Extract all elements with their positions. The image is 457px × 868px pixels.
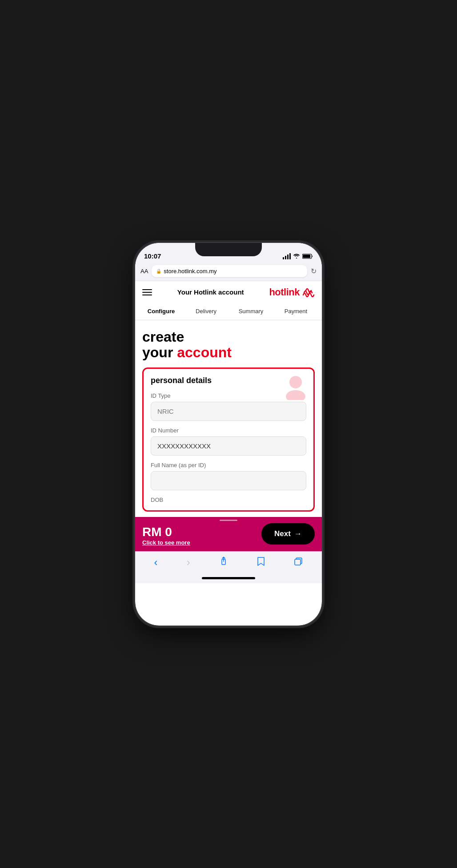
bottom-bar: RM 0 Click to see more Next → (135, 517, 322, 551)
dob-label: DOB (151, 497, 306, 503)
hotlink-brand-name: hotlink (269, 287, 300, 298)
heading-account: account (177, 344, 232, 360)
full-name-group: Full Name (as per ID) (151, 462, 306, 490)
hamburger-menu[interactable] (142, 289, 152, 295)
home-bar (202, 577, 255, 579)
tab-delivery[interactable]: Delivery (184, 303, 228, 320)
full-name-input[interactable] (151, 471, 306, 490)
next-arrow: → (294, 529, 302, 538)
phone-screen: 10:07 AA 🔒 store.hot (135, 243, 322, 626)
tab-payment[interactable]: Payment (273, 303, 318, 320)
browser-bar: AA 🔒 store.hotlink.com.my ↻ (135, 262, 322, 281)
id-type-input[interactable] (151, 402, 306, 421)
status-icons (283, 253, 313, 260)
id-number-input[interactable] (151, 436, 306, 456)
app-content: Your Hotlink account hotlink Configure D… (135, 281, 322, 551)
lock-icon: 🔒 (156, 269, 161, 274)
next-label: Next (274, 529, 291, 538)
tabs-icon[interactable] (294, 557, 303, 568)
price-section[interactable]: RM 0 Click to see more (142, 522, 190, 546)
nav-tabs: Configure Delivery Summary Payment (135, 303, 322, 320)
share-icon[interactable] (219, 557, 228, 569)
id-number-group: ID Number (151, 427, 306, 456)
tab-summary[interactable]: Summary (228, 303, 273, 320)
price-cta[interactable]: Click to see more (142, 539, 190, 546)
svg-rect-5 (295, 559, 301, 565)
signal-icon (283, 253, 291, 259)
hotlink-logo: hotlink (269, 287, 315, 298)
svg-rect-1 (303, 254, 310, 258)
price-amount: RM 0 (142, 525, 190, 539)
browser-aa[interactable]: AA (140, 268, 148, 275)
heading-line1: create (142, 329, 315, 345)
bottom-bar-handle (220, 520, 237, 521)
heading-line2: your account (142, 345, 315, 360)
svg-point-2 (289, 376, 302, 388)
wifi-icon (293, 253, 300, 260)
phone-notch (195, 243, 262, 256)
header-title: Your Hotlink account (177, 288, 244, 296)
phone-frame: 10:07 AA 🔒 store.hot (135, 243, 322, 626)
page-heading: create your account (142, 329, 315, 360)
browser-url-bar[interactable]: 🔒 store.hotlink.com.my (152, 265, 307, 277)
back-icon[interactable]: ‹ (154, 556, 158, 569)
forward-icon[interactable]: › (187, 556, 190, 569)
tab-configure[interactable]: Configure (139, 303, 184, 320)
next-button[interactable]: Next → (261, 523, 315, 545)
status-time: 10:07 (144, 252, 161, 260)
person-icon (282, 373, 309, 400)
id-number-label: ID Number (151, 427, 306, 434)
battery-icon (302, 254, 313, 259)
app-header: Your Hotlink account hotlink (135, 281, 322, 303)
bookmarks-icon[interactable] (257, 557, 265, 569)
svg-point-3 (286, 390, 305, 400)
browser-url: store.hotlink.com.my (164, 268, 216, 275)
home-indicator (135, 573, 322, 583)
hotlink-wave-icon (301, 287, 315, 298)
form-card: personal details ID Type ID Number (142, 367, 315, 512)
main-content: create your account personal details (135, 320, 322, 517)
refresh-icon[interactable]: ↻ (311, 267, 317, 275)
full-name-label: Full Name (as per ID) (151, 462, 306, 468)
safari-bottom-bar: ‹ › (135, 551, 322, 573)
scroll-area: create your account personal details (135, 320, 322, 551)
heading-your: your (142, 344, 177, 360)
